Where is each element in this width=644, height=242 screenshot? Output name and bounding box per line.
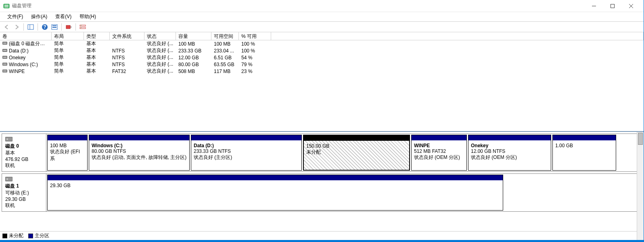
- partition[interactable]: 29.30 GB: [47, 175, 503, 211]
- volume-fs: NTFS: [110, 61, 144, 68]
- close-button[interactable]: [622, 0, 640, 12]
- menu-view[interactable]: 查看(V): [51, 13, 75, 21]
- volume-type: 基本: [84, 67, 110, 75]
- volume-capacity: 100 MB: [176, 40, 211, 48]
- partition-stripe: [412, 135, 466, 140]
- svg-rect-7: [28, 25, 33, 29]
- disk-icon: [5, 176, 13, 182]
- partition[interactable]: Onekey12.00 GB NTFS状态良好 (OEM 分区): [468, 135, 551, 171]
- svg-rect-0: [4, 4, 9, 8]
- svg-text:?: ?: [43, 24, 46, 30]
- help-button[interactable]: ?: [40, 23, 49, 31]
- partition-name: Windows (C:): [92, 143, 187, 148]
- col-percent[interactable]: % 可用: [239, 32, 271, 40]
- col-free[interactable]: 可用空间: [211, 32, 239, 40]
- disk-status: 联机: [5, 202, 43, 209]
- col-status[interactable]: 状态: [144, 32, 176, 40]
- col-spacer: [271, 32, 644, 40]
- vertical-scrollbar[interactable]: [637, 132, 644, 240]
- col-capacity[interactable]: 容量: [176, 32, 211, 40]
- volume-pct: 79 %: [239, 61, 271, 68]
- disk-icon: [5, 136, 13, 142]
- volume-name: WINPE: [9, 69, 25, 74]
- menu-action[interactable]: 操作(A): [27, 13, 51, 21]
- refresh-button[interactable]: [64, 23, 73, 31]
- svg-rect-26: [3, 71, 6, 71]
- window-title: 磁盘管理: [12, 2, 585, 9]
- disk-size: 29.30 GB: [5, 196, 43, 202]
- svg-rect-14: [66, 25, 70, 29]
- volume-icon: [2, 55, 8, 59]
- volume-icon: [2, 62, 8, 66]
- disk-partitions: 100 MB状态良好 (EFI 系Windows (C:)80.00 GB NT…: [46, 134, 640, 171]
- partition[interactable]: 100 MB状态良好 (EFI 系: [47, 135, 88, 171]
- disk-management-icon: [3, 3, 10, 9]
- partition-status: 状态良好 (启动, 页面文件, 故障转储, 主分区): [92, 154, 187, 161]
- col-filesystem[interactable]: 文件系统: [110, 32, 144, 40]
- legend: 未分配 主分区: [0, 231, 644, 240]
- toolbar-separator: [38, 23, 38, 31]
- menu-help[interactable]: 帮助(H): [75, 13, 100, 21]
- minimize-button[interactable]: [585, 0, 603, 12]
- svg-rect-24: [3, 64, 6, 65]
- partition-status: 状态良好 (OEM 分区): [471, 154, 548, 161]
- menu-file[interactable]: 文件(F): [3, 13, 27, 21]
- svg-rect-2: [4, 6, 8, 7]
- volume-capacity: 80.00 GB: [176, 61, 211, 68]
- show-hide-console-tree-button[interactable]: [26, 23, 35, 31]
- volume-list-header: 卷 布局 类型 文件系统 状态 容量 可用空间 % 可用: [0, 32, 644, 40]
- volume-free: 233.04 ...: [211, 47, 239, 54]
- partition-unallocated[interactable]: 150.00 GB未分配: [303, 135, 410, 171]
- volume-pct: 100 %: [239, 40, 271, 48]
- disk-type: 基本: [5, 150, 43, 156]
- partition[interactable]: Data (D:)233.33 GB NTFS状态良好 (主分区): [191, 135, 302, 171]
- volume-free: 63.55 GB: [211, 61, 239, 68]
- partition[interactable]: WINPE512 MB FAT32状态良好 (OEM 分区): [411, 135, 467, 171]
- toolbar: ?: [0, 22, 644, 32]
- settings-button[interactable]: [50, 23, 59, 31]
- forward-button[interactable]: [12, 23, 21, 31]
- partition[interactable]: Windows (C:)80.00 GB NTFS状态良好 (启动, 页面文件,…: [89, 135, 190, 171]
- svg-rect-12: [52, 25, 56, 26]
- volume-free: 100 MB: [211, 40, 239, 48]
- volume-icon: [2, 48, 8, 52]
- partition-stripe: [89, 135, 189, 140]
- volume-capacity: 12.00 GB: [176, 54, 211, 61]
- disk-label[interactable]: 磁盘 0基本476.92 GB联机: [2, 134, 46, 171]
- svg-rect-1: [4, 5, 8, 6]
- volume-pct: 54 %: [239, 54, 271, 61]
- partition-size: 233.33 GB NTFS: [194, 148, 299, 154]
- partition-stripe: [48, 175, 503, 180]
- svg-rect-18: [3, 43, 6, 44]
- partition-name: Data (D:): [194, 143, 299, 148]
- partition[interactable]: 1.00 GB: [552, 135, 616, 171]
- scrollbar-thumb[interactable]: [638, 133, 643, 145]
- col-type[interactable]: 类型: [84, 32, 110, 40]
- toolbar-separator: [61, 23, 62, 31]
- disk-block: 磁盘 0基本476.92 GB联机100 MB状态良好 (EFI 系Window…: [2, 134, 640, 172]
- disk-label[interactable]: 磁盘 1可移动 (E:)29.30 GB联机: [2, 174, 46, 211]
- col-volume[interactable]: 卷: [0, 32, 52, 40]
- volume-fs: [110, 43, 144, 45]
- back-button[interactable]: [2, 23, 11, 31]
- partition-status: 状态良好 (主分区): [194, 154, 299, 161]
- partition-name: Onekey: [471, 143, 548, 148]
- volume-name: Data (D:): [9, 48, 29, 54]
- disk-type: 可移动 (E:): [5, 190, 43, 196]
- partition-stripe: [191, 135, 301, 140]
- volume-capacity: 233.33 GB: [176, 47, 211, 54]
- legend-primary: 主分区: [28, 232, 49, 239]
- partition-size: 12.00 GB NTFS: [471, 148, 548, 154]
- disk-partitions: 29.30 GB: [46, 174, 640, 211]
- list-view-button[interactable]: [78, 23, 87, 31]
- col-layout[interactable]: 布局: [52, 32, 84, 40]
- svg-rect-13: [52, 27, 56, 28]
- partition-status: 状态良好 (OEM 分区): [414, 154, 464, 161]
- partition-status: 状态良好 (EFI 系: [50, 148, 85, 162]
- volume-free: 117 MB: [211, 68, 239, 75]
- partition-size: 1.00 GB: [555, 143, 613, 148]
- partition-size: 29.30 GB: [50, 183, 500, 188]
- maximize-button[interactable]: [603, 0, 622, 12]
- partition-stripe: [48, 135, 87, 140]
- volume-row[interactable]: WINPE简单基本FAT32状态良好 (...508 MB117 MB23 %: [0, 68, 644, 75]
